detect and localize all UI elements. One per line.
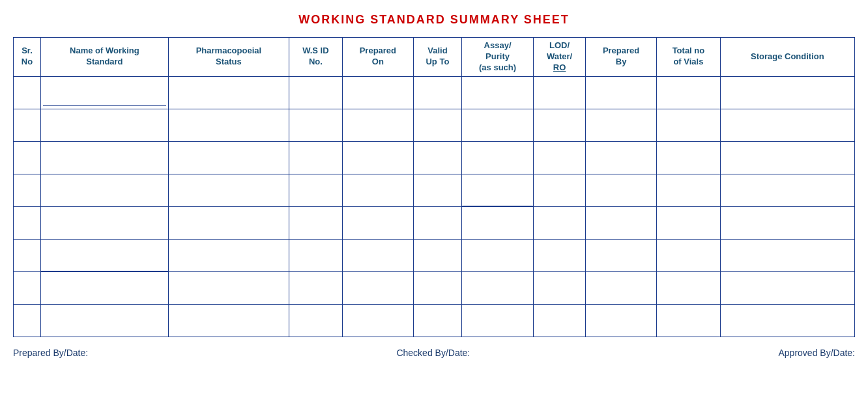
header-valid-up-to: ValidUp To <box>413 38 461 77</box>
cell-assay <box>461 271 533 304</box>
header-sr-no: Sr.No <box>14 38 41 77</box>
cell-prep-by <box>585 141 656 174</box>
header-total-vials: Total noof Vials <box>657 38 721 77</box>
cell-wsid <box>289 141 342 174</box>
page-title: WORKING STANDARD SUMMARY SHEET <box>13 13 855 27</box>
cell-prepared-on <box>342 239 413 271</box>
cell-vials <box>657 109 721 141</box>
footer: Prepared By/Date: Checked By/Date: Appro… <box>13 348 855 358</box>
cell-name <box>40 239 168 271</box>
table-row <box>14 239 855 271</box>
cell-pharma <box>168 109 289 141</box>
header-lod-water-ro: LOD/Water/RO <box>534 38 586 77</box>
cell-valid <box>413 76 461 109</box>
cell-prepared-on <box>342 76 413 109</box>
cell-pharma <box>168 271 289 304</box>
cell-pharma <box>168 141 289 174</box>
cell-lod <box>534 239 586 271</box>
cell-vials <box>657 76 721 109</box>
cell-valid <box>413 304 461 337</box>
cell-vials <box>657 304 721 337</box>
cell-name <box>40 304 168 337</box>
cell-wsid <box>289 239 342 271</box>
cell-lod <box>534 76 586 109</box>
cell-prep-by <box>585 304 656 337</box>
cell-wsid <box>289 76 342 109</box>
checked-by-date: Checked By/Date: <box>396 348 470 358</box>
cell-name <box>40 141 168 174</box>
cell-storage <box>720 239 854 271</box>
table-row <box>14 271 855 304</box>
cell-storage <box>720 76 854 109</box>
cell-pharma <box>168 206 289 239</box>
header-pharmacopoeial-status: PharmacopoeialStatus <box>168 38 289 77</box>
cell-name <box>40 76 168 109</box>
cell-prep-by <box>585 174 656 206</box>
table-row <box>14 206 855 239</box>
cell-sr-no <box>14 174 41 206</box>
cell-prepared-on <box>342 271 413 304</box>
cell-wsid <box>289 109 342 141</box>
cell-lod <box>534 271 586 304</box>
approved-by-date: Approved By/Date: <box>778 348 855 358</box>
cell-sr-no <box>14 304 41 337</box>
cell-lod <box>534 109 586 141</box>
cell-prepared-on <box>342 304 413 337</box>
cell-vials <box>657 239 721 271</box>
cell-prepared-on <box>342 206 413 239</box>
header-prepared-by: PreparedBy <box>585 38 656 77</box>
cell-prep-by <box>585 206 656 239</box>
cell-valid <box>413 271 461 304</box>
cell-sr-no <box>14 239 41 271</box>
cell-assay <box>461 304 533 337</box>
cell-vials <box>657 206 721 239</box>
cell-pharma <box>168 239 289 271</box>
cell-vials <box>657 271 721 304</box>
cell-storage <box>720 304 854 337</box>
header-assay-purity: Assay/Purity(as such) <box>461 38 533 77</box>
cell-name <box>40 271 168 304</box>
cell-storage <box>720 271 854 304</box>
cell-storage <box>720 174 854 206</box>
cell-assay <box>461 109 533 141</box>
table-row <box>14 174 855 206</box>
cell-lod <box>534 141 586 174</box>
cell-assay <box>461 141 533 174</box>
cell-lod <box>534 304 586 337</box>
cell-prep-by <box>585 76 656 109</box>
cell-pharma <box>168 76 289 109</box>
cell-sr-no <box>14 109 41 141</box>
cell-wsid <box>289 206 342 239</box>
cell-wsid <box>289 271 342 304</box>
working-standard-table: Sr.No Name of WorkingStandard Pharmacopo… <box>13 37 855 337</box>
cell-sr-no <box>14 271 41 304</box>
table-row <box>14 141 855 174</box>
prepared-by-date: Prepared By/Date: <box>13 348 88 358</box>
cell-wsid <box>289 174 342 206</box>
cell-assay <box>461 206 533 239</box>
table-row <box>14 76 855 109</box>
table-row <box>14 109 855 141</box>
cell-name <box>40 174 168 206</box>
header-storage-condition: Storage Condition <box>720 38 854 77</box>
cell-name <box>40 109 168 141</box>
cell-valid <box>413 239 461 271</box>
cell-lod <box>534 174 586 206</box>
header-prepared-on: PreparedOn <box>342 38 413 77</box>
header-name-working-standard: Name of WorkingStandard <box>40 38 168 77</box>
cell-pharma <box>168 174 289 206</box>
cell-valid <box>413 174 461 206</box>
cell-assay <box>461 239 533 271</box>
table-row <box>14 304 855 337</box>
cell-name <box>40 206 168 239</box>
cell-assay <box>461 174 533 206</box>
cell-valid <box>413 206 461 239</box>
cell-pharma <box>168 304 289 337</box>
header-ws-id-no: W.S IDNo. <box>289 38 342 77</box>
cell-valid <box>413 141 461 174</box>
cell-sr-no <box>14 76 41 109</box>
cell-prep-by <box>585 239 656 271</box>
cell-assay <box>461 76 533 109</box>
cell-vials <box>657 174 721 206</box>
cell-vials <box>657 141 721 174</box>
